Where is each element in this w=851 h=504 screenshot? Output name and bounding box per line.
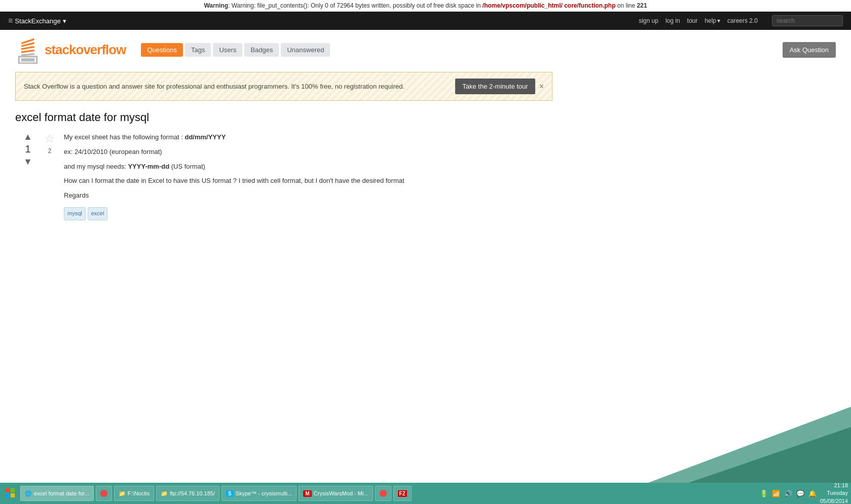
vote-column: ▲ 1 ▼ [20,132,35,220]
vote-down-button[interactable]: ▼ [23,157,32,166]
stack-icon: ≡ [8,16,13,25]
warning-line-num: 221 [637,2,647,9]
warning-line-text: on line [617,2,637,9]
site-dropdown-arrow: ▾ [63,17,66,25]
notice-box: Stack Overflow is a question and answer … [15,72,552,101]
question-line2: ex: 24/10/2010 (european format) [64,147,552,158]
notice-close-button[interactable]: × [539,83,544,91]
svg-rect-0 [21,53,35,56]
logo-text: stackoverflow [45,42,126,58]
line1-pre: My excel sheet has the following format … [64,133,184,141]
question-title: excel format date for mysql [15,111,552,124]
question-content: My excel sheet has the following format … [64,132,552,220]
line3-bold: YYYY-mm-dd [128,163,169,170]
nav-users[interactable]: Users [213,43,242,57]
svg-rect-6 [21,58,34,62]
help-arrow: ▾ [717,17,720,24]
line3-pre: and my mysql needs: [64,163,128,170]
login-link[interactable]: log in [665,17,680,24]
help-dropdown[interactable]: help ▾ [705,17,720,24]
tags-area: mysql excel [64,207,552,220]
help-link[interactable]: help [705,17,716,24]
favorite-button[interactable]: ☆ [45,132,55,145]
line3-post: (US format) [169,163,205,170]
line1-bold: dd/mm/YYYY [184,133,226,141]
fav-count: 2 [48,147,52,154]
notice-text: Stack Overflow is a question and answer … [24,83,447,90]
fav-column: ☆ 2 [44,132,56,220]
nav-badges[interactable]: Badges [244,43,279,57]
take-tour-button[interactable]: Take the 2-minute tour [455,79,535,94]
signup-link[interactable]: sign up [639,17,658,24]
site-header: stackoverflow Questions Tags Users Badge… [0,30,851,64]
question-line3: and my mysql needs: YYYY-mm-dd (US forma… [64,162,552,172]
nav-questions[interactable]: Questions [141,43,183,57]
vote-count: 1 [25,143,30,155]
tag-mysql[interactable]: mysql [64,207,86,220]
site-name-label: StackExchange [15,17,60,25]
warning-keyword: Warning [204,2,228,9]
careers-link[interactable]: careers 2.0 [727,17,758,24]
main-nav: Questions Tags Users Badges Unanswered [141,43,330,57]
question-line4: How can I format the date in Excel to ha… [64,176,552,186]
question-line5: Regards [64,190,552,201]
stackexchange-logo[interactable]: ≡ StackExchange ▾ [8,16,66,25]
top-nav: ≡ StackExchange ▾ sign up log in tour he… [0,12,851,30]
vote-up-button[interactable]: ▲ [23,132,32,141]
warning-text: Warning: Warning: file_put_contents(): O… [204,2,647,9]
site-logo[interactable]: stackoverflow [15,36,126,64]
question-line1: My excel sheet has the following format … [64,132,552,143]
svg-rect-1 [21,50,35,53]
nav-unanswered[interactable]: Unanswered [281,43,330,57]
logo-svg [15,36,41,64]
search-input[interactable] [772,15,843,26]
question-body: ▲ 1 ▼ ☆ 2 My excel sheet has the followi… [20,132,552,220]
logo-overflow: overflow [76,42,126,57]
warning-bar: Warning: Warning: file_put_contents(): O… [0,0,851,12]
tour-link[interactable]: tour [687,17,698,24]
nav-tags[interactable]: Tags [185,43,211,57]
warning-message: Warning: file_put_contents(): Only 0 of … [232,2,483,9]
top-nav-links: sign up log in tour help ▾ careers 2.0 [639,15,843,26]
content-area: Stack Overflow is a question and answer … [0,64,568,228]
tag-excel[interactable]: excel [88,207,108,220]
warning-path: /home/vpscom/public_html/ core/function.… [483,2,616,9]
logo-stack: stack [45,42,76,57]
ask-question-button[interactable]: Ask Question [783,42,836,58]
